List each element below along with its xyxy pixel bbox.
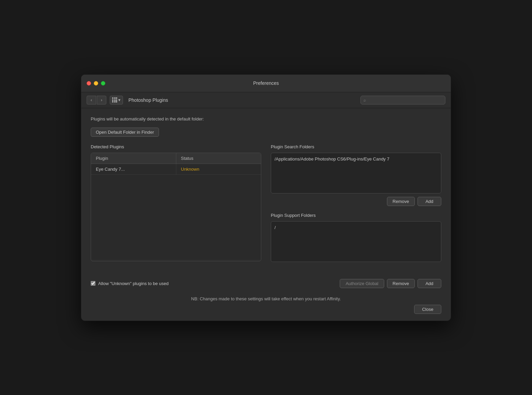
plugin-name-cell: Eye Candy 7... <box>91 164 176 174</box>
support-folders-list[interactable]: / <box>271 221 441 262</box>
minimize-button[interactable] <box>94 81 98 86</box>
open-default-folder-button[interactable]: Open Default Folder in Finder <box>91 128 159 137</box>
support-add-button[interactable]: Add <box>418 279 441 288</box>
detected-plugins-title: Detected Plugins <box>91 144 261 149</box>
search-folder-item: /Applications/Adobe Photoshop CS6/Plug-i… <box>274 156 438 162</box>
toolbar: ‹ › ▾ Photoshop Plugins ⌕ <box>81 92 451 108</box>
main-content: Plugins will be automatically detected i… <box>81 108 451 274</box>
table-row[interactable]: Eye Candy 7... Unknown <box>91 164 261 175</box>
plugin-support-folders-section: Plugin Support Folders / <box>271 213 441 262</box>
plugin-status-cell: Unknown <box>176 164 261 174</box>
breadcrumb-label: Photoshop Plugins <box>128 97 168 103</box>
grid-view-button[interactable]: ▾ <box>110 96 123 105</box>
status-column-header: Status <box>176 153 261 164</box>
search-folders-remove-button[interactable]: Remove <box>387 197 415 206</box>
preferences-window: Preferences ‹ › ▾ Photoshop Plugins ⌕ <box>81 74 451 321</box>
search-icon: ⌕ <box>363 98 366 102</box>
titlebar: Preferences <box>81 75 451 92</box>
search-folders-buttons: Remove Add <box>271 197 441 206</box>
close-row: Close <box>81 305 451 321</box>
close-button[interactable] <box>87 81 91 86</box>
table-header: Plugin Status <box>91 153 261 164</box>
plugin-support-folders-title: Plugin Support Folders <box>271 213 441 218</box>
close-button[interactable]: Close <box>414 305 441 314</box>
support-folder-item: / <box>274 224 438 231</box>
window-title: Preferences <box>253 80 279 86</box>
plugin-column-header: Plugin <box>91 153 176 164</box>
allow-unknown-label: Allow "Unknown" plugins to be used <box>98 281 169 286</box>
search-folders-list[interactable]: /Applications/Adobe Photoshop CS6/Plug-i… <box>271 153 441 193</box>
search-bar: ⌕ <box>360 96 445 105</box>
grid-icon <box>112 97 117 102</box>
search-input[interactable] <box>368 97 442 102</box>
plugin-search-folders-section: Plugin Search Folders /Applications/Adob… <box>271 144 441 206</box>
back-button[interactable]: ‹ <box>87 96 96 105</box>
back-icon: ‹ <box>91 97 92 102</box>
plugins-table: Plugin Status Eye Candy 7... Unknown <box>91 153 261 261</box>
right-column: Plugin Search Folders /Applications/Adob… <box>271 144 441 265</box>
allow-unknown-checkbox[interactable] <box>91 281 95 286</box>
chevron-down-icon: ▾ <box>118 97 121 102</box>
plugin-search-folders-title: Plugin Search Folders <box>271 144 441 149</box>
restart-note: NB: Changes made to these settings will … <box>81 295 451 305</box>
authorize-global-button[interactable]: Authorize Global <box>340 279 384 288</box>
footer: Allow "Unknown" plugins to be used Autho… <box>81 274 451 295</box>
nav-buttons: ‹ › <box>87 96 106 105</box>
footer-right-buttons: Authorize Global Remove Add <box>340 279 441 288</box>
forward-button[interactable]: › <box>97 96 106 105</box>
forward-icon: › <box>101 97 102 102</box>
description-text: Plugins will be automatically detected i… <box>91 116 441 121</box>
columns-layout: Detected Plugins Plugin Status Eye Candy… <box>91 144 441 265</box>
table-body: Eye Candy 7... Unknown <box>91 164 261 260</box>
left-column: Detected Plugins Plugin Status Eye Candy… <box>91 144 261 265</box>
search-folders-add-button[interactable]: Add <box>418 197 441 206</box>
allow-unknown-checkbox-row: Allow "Unknown" plugins to be used <box>91 281 169 286</box>
traffic-lights <box>87 81 105 86</box>
support-remove-button[interactable]: Remove <box>387 279 415 288</box>
maximize-button[interactable] <box>101 81 105 86</box>
